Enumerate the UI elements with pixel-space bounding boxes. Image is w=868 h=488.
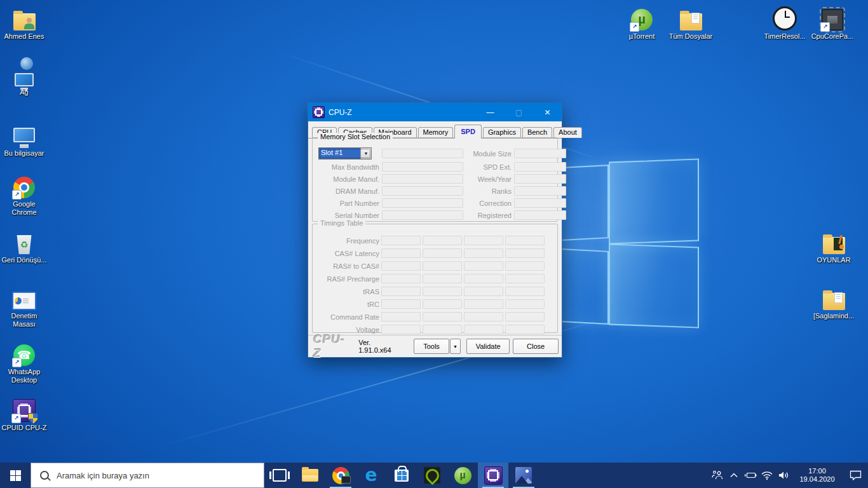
folder-icon (680, 13, 702, 30)
maximize-button: ▢ (505, 103, 533, 121)
timing-cell (381, 261, 421, 271)
desktop-icon-cpuz[interactable]: ↗ CPUID CPU-Z (0, 395, 48, 432)
taskbar-chrome[interactable] (325, 463, 356, 488)
desktop-icon-oyunlar[interactable]: OYUNLAR (810, 227, 858, 264)
taskbar-photos[interactable] (508, 463, 539, 488)
desktop-icon-label: CpuCorePa... (811, 32, 854, 41)
timing-cell (464, 325, 503, 334)
spd-ext-field (514, 162, 566, 172)
cpuz-icon (484, 466, 503, 485)
windows-logo-icon (10, 470, 21, 481)
field-label: Module Manuf. (318, 175, 379, 183)
games-folder-icon (823, 237, 845, 254)
volume-icon[interactable] (775, 463, 792, 488)
cpuz-window-icon (313, 106, 325, 118)
timing-cell (423, 248, 462, 258)
desktop-icon-whatsapp[interactable]: ☎ ↗ WhatsApp Desktop (0, 339, 48, 384)
timing-cell (381, 248, 421, 258)
timing-row-label: CAS# Latency (318, 250, 379, 257)
week-year-field (514, 174, 566, 184)
field-label: Module Size (466, 150, 512, 158)
nvidia-icon (424, 467, 440, 484)
desktop-icon-network[interactable]: Ağ (0, 60, 48, 97)
field-label: Registered (466, 212, 512, 219)
timing-cell (381, 274, 421, 283)
chevron-down-icon[interactable]: ▼ (360, 148, 371, 159)
wifi-icon[interactable] (759, 463, 775, 488)
timing-cell (505, 248, 545, 258)
desktop-icon-recycle-bin[interactable]: ♻ Geri Dönüşü... (0, 227, 48, 264)
desktop-icon-timer-resolution[interactable]: TimerResol... (761, 4, 809, 41)
desktop-icon-label: Bu bilgisayar (4, 149, 44, 158)
desktop-icon-control-panel[interactable]: Denetim Masası (0, 283, 48, 329)
timing-cell (423, 287, 462, 296)
taskbar-microsoft-store[interactable] (386, 463, 417, 488)
desktop-icon-this-pc[interactable]: Bu bilgisayar (0, 116, 48, 158)
module-field (382, 149, 463, 158)
field-label: Serial Number (318, 212, 379, 219)
timing-cell (423, 261, 462, 271)
timing-cell (423, 299, 462, 309)
tab-graphics[interactable]: Graphics (483, 127, 521, 138)
tools-dropdown-arrow[interactable]: ▼ (450, 339, 461, 354)
part-number-field (382, 198, 463, 208)
timing-cell (505, 261, 545, 271)
tools-button[interactable]: Tools (414, 339, 449, 354)
search-icon (40, 471, 49, 480)
windows-logo-pane (609, 159, 699, 245)
taskbar-utorrent[interactable]: µ (447, 463, 478, 488)
taskbar-search-box[interactable] (31, 463, 264, 488)
timing-cell (464, 261, 503, 271)
timing-row-label: RAS# Precharge (318, 275, 379, 283)
taskbar-nvidia[interactable] (417, 463, 447, 488)
network-icon (20, 57, 33, 70)
folder-icon (823, 293, 845, 310)
timing-cell (381, 236, 421, 245)
action-center-button[interactable] (843, 463, 868, 488)
task-view-button[interactable] (264, 463, 295, 488)
timing-cell (464, 287, 503, 296)
tab-bench[interactable]: Bench (522, 127, 552, 138)
max-bandwidth-field (382, 162, 463, 172)
desktop-icon-chrome[interactable]: ↗ Google Chrome (0, 172, 48, 217)
validate-button[interactable]: Validate (466, 339, 510, 354)
shortcut-arrow-icon: ↗ (820, 22, 830, 32)
taskbar: e µ (0, 463, 868, 488)
microsoft-store-icon (395, 470, 409, 482)
timing-cell (381, 312, 421, 322)
desktop-icon-cpu-core-parking[interactable]: ↗ CpuCorePa... (808, 4, 857, 41)
timing-cell (381, 299, 421, 309)
desktop-icon-label: Google Chrome (0, 200, 48, 217)
clock-icon (773, 6, 797, 30)
group-title: Timings Table (318, 219, 365, 227)
version-text: Ver. 1.91.0.x64 (358, 339, 403, 354)
people-icon[interactable] (709, 463, 726, 488)
minimize-button[interactable]: — (476, 103, 505, 121)
close-button[interactable]: ✕ (533, 103, 562, 121)
hidden-icons-chevron[interactable] (726, 463, 742, 488)
slot-selector-dropdown[interactable]: Slot #1 ▼ (318, 147, 372, 159)
tray-clock[interactable]: 17:00 19.04.2020 (794, 467, 840, 484)
battery-charging-icon[interactable] (742, 463, 759, 488)
desktop-icon-saglamindir[interactable]: [Saglamind... (810, 283, 858, 320)
taskbar-file-explorer[interactable] (295, 463, 325, 488)
field-label: Part Number (318, 200, 379, 207)
desktop-icon-utorrent[interactable]: µ ↗ µTorrent (618, 4, 666, 41)
window-titlebar[interactable]: CPU-Z — ▢ ✕ (308, 103, 562, 121)
tab-spd[interactable]: SPD (454, 125, 482, 139)
search-input[interactable] (55, 470, 210, 481)
tab-about[interactable]: About (553, 127, 582, 138)
desktop-icon-user-folder[interactable]: Ahmed Enes (0, 4, 48, 41)
desktop-icon-tum-dosyalar[interactable]: Tüm Dosyalar (667, 4, 715, 41)
close-window-button[interactable]: Close (513, 339, 559, 354)
taskbar-cpuz-active[interactable] (478, 463, 508, 488)
timing-cell (505, 236, 545, 245)
taskbar-edge[interactable]: e (356, 463, 386, 488)
field-label: SPD Ext. (466, 163, 512, 171)
module-size-field (514, 149, 566, 158)
field-label: Week/Year (466, 175, 512, 183)
timing-cell (423, 236, 462, 245)
start-button[interactable] (0, 463, 31, 488)
tab-memory[interactable]: Memory (418, 127, 454, 138)
timing-cell (505, 325, 545, 334)
